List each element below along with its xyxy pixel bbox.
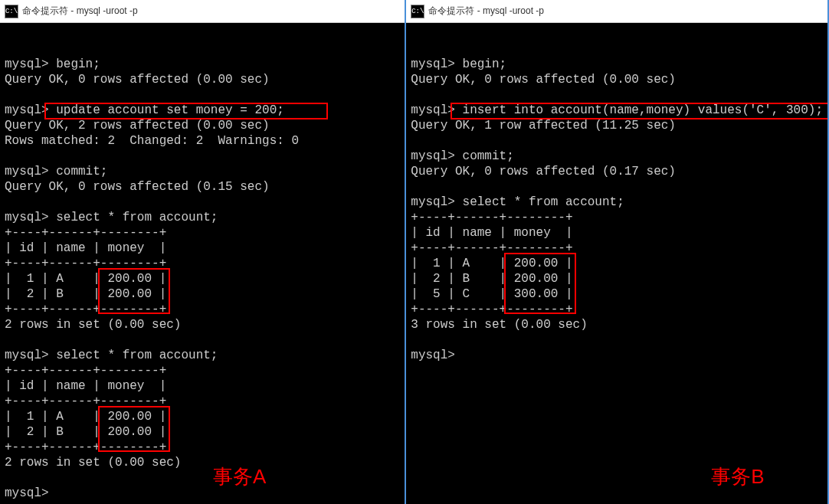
terminal-text: mysql> begin; Query OK, 0 rows affected … (411, 57, 823, 362)
transaction-label: 事务A (213, 464, 266, 489)
left-terminal-window: C:\ 命令提示符 - mysql -uroot -p mysql> begin… (0, 0, 406, 504)
transaction-label: 事务B (711, 464, 764, 489)
command-prompt-icon: C:\ (411, 5, 424, 18)
left-title-text: 命令提示符 - mysql -uroot -p (22, 5, 138, 18)
left-titlebar[interactable]: C:\ 命令提示符 - mysql -uroot -p (0, 0, 405, 23)
command-prompt-icon: C:\ (5, 5, 18, 18)
right-terminal[interactable]: mysql> begin; Query OK, 0 rows affected … (406, 23, 827, 504)
left-terminal[interactable]: mysql> begin; Query OK, 0 rows affected … (0, 23, 405, 504)
right-titlebar[interactable]: C:\ 命令提示符 - mysql -uroot -p (406, 0, 827, 23)
right-title-text: 命令提示符 - mysql -uroot -p (428, 5, 544, 18)
terminal-text: mysql> begin; Query OK, 0 rows affected … (5, 57, 299, 500)
right-terminal-window: C:\ 命令提示符 - mysql -uroot -p mysql> begin… (406, 0, 829, 504)
